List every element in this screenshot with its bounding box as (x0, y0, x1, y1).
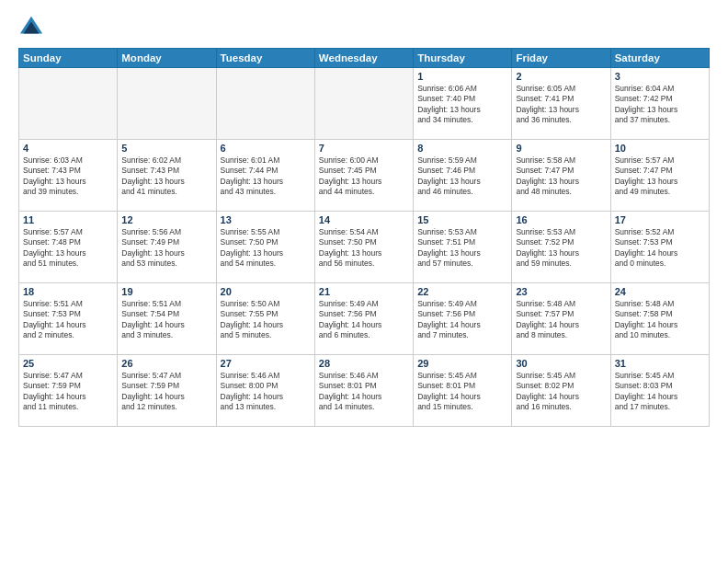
calendar-cell: 23Sunrise: 5:48 AM Sunset: 7:57 PM Dayli… (512, 283, 610, 355)
day-info: Sunrise: 5:45 AM Sunset: 8:01 PM Dayligh… (417, 371, 507, 413)
calendar-cell: 6Sunrise: 6:01 AM Sunset: 7:44 PM Daylig… (216, 140, 314, 212)
calendar-cell: 28Sunrise: 5:46 AM Sunset: 8:01 PM Dayli… (314, 355, 413, 427)
day-info: Sunrise: 5:46 AM Sunset: 8:00 PM Dayligh… (221, 371, 311, 413)
calendar-cell (314, 68, 413, 140)
day-number: 9 (516, 143, 606, 154)
calendar-cell: 14Sunrise: 5:54 AM Sunset: 7:50 PM Dayli… (314, 212, 413, 283)
calendar-week-row: 11Sunrise: 5:57 AM Sunset: 7:48 PM Dayli… (19, 212, 710, 283)
calendar-cell: 21Sunrise: 5:49 AM Sunset: 7:56 PM Dayli… (314, 283, 413, 355)
day-number: 2 (516, 71, 606, 82)
day-info: Sunrise: 5:50 AM Sunset: 7:55 PM Dayligh… (221, 299, 311, 341)
day-info: Sunrise: 5:49 AM Sunset: 7:56 PM Dayligh… (319, 299, 409, 341)
day-number: 21 (319, 286, 409, 297)
calendar-cell: 24Sunrise: 5:48 AM Sunset: 7:58 PM Dayli… (610, 283, 709, 355)
calendar-cell: 7Sunrise: 6:00 AM Sunset: 7:45 PM Daylig… (314, 140, 413, 212)
day-info: Sunrise: 5:48 AM Sunset: 7:58 PM Dayligh… (615, 299, 705, 341)
day-number: 25 (23, 358, 113, 369)
day-info: Sunrise: 5:45 AM Sunset: 8:03 PM Dayligh… (615, 371, 705, 413)
calendar-cell: 27Sunrise: 5:46 AM Sunset: 8:00 PM Dayli… (216, 355, 314, 427)
day-info: Sunrise: 5:48 AM Sunset: 7:57 PM Dayligh… (516, 299, 606, 341)
day-number: 17 (615, 214, 705, 225)
day-number: 1 (417, 71, 507, 82)
day-info: Sunrise: 5:58 AM Sunset: 7:47 PM Dayligh… (516, 155, 606, 198)
calendar-week-row: 4Sunrise: 6:03 AM Sunset: 7:43 PM Daylig… (19, 140, 710, 212)
calendar-cell: 9Sunrise: 5:58 AM Sunset: 7:47 PM Daylig… (512, 140, 610, 212)
day-number: 28 (319, 358, 409, 369)
calendar-cell: 30Sunrise: 5:45 AM Sunset: 8:02 PM Dayli… (512, 355, 610, 427)
calendar-cell: 18Sunrise: 5:51 AM Sunset: 7:53 PM Dayli… (19, 283, 118, 355)
day-number: 15 (417, 214, 507, 225)
calendar-cell: 8Sunrise: 5:59 AM Sunset: 7:46 PM Daylig… (414, 140, 512, 212)
day-info: Sunrise: 5:46 AM Sunset: 8:01 PM Dayligh… (319, 371, 409, 413)
day-number: 26 (121, 358, 211, 369)
day-info: Sunrise: 5:53 AM Sunset: 7:51 PM Dayligh… (417, 227, 507, 270)
calendar-cell (216, 68, 314, 140)
day-number: 29 (417, 358, 507, 369)
day-info: Sunrise: 5:54 AM Sunset: 7:50 PM Dayligh… (319, 227, 409, 270)
calendar-cell: 11Sunrise: 5:57 AM Sunset: 7:48 PM Dayli… (19, 212, 118, 283)
day-number: 20 (221, 286, 311, 297)
calendar-cell: 19Sunrise: 5:51 AM Sunset: 7:54 PM Dayli… (118, 283, 216, 355)
calendar-cell: 5Sunrise: 6:02 AM Sunset: 7:43 PM Daylig… (118, 140, 216, 212)
calendar-cell: 26Sunrise: 5:47 AM Sunset: 7:59 PM Dayli… (118, 355, 216, 427)
page: SundayMondayTuesdayWednesdayThursdayFrid… (0, 0, 728, 563)
calendar-cell: 3Sunrise: 6:04 AM Sunset: 7:42 PM Daylig… (610, 68, 709, 140)
day-info: Sunrise: 6:02 AM Sunset: 7:43 PM Dayligh… (121, 155, 211, 198)
day-info: Sunrise: 5:47 AM Sunset: 7:59 PM Dayligh… (121, 371, 211, 413)
day-info: Sunrise: 5:56 AM Sunset: 7:49 PM Dayligh… (121, 227, 211, 270)
day-number: 10 (615, 143, 705, 154)
calendar-cell (19, 68, 118, 140)
day-number: 12 (121, 214, 211, 225)
day-number: 6 (221, 143, 311, 154)
calendar-week-row: 1Sunrise: 6:06 AM Sunset: 7:40 PM Daylig… (19, 68, 710, 140)
calendar-cell: 1Sunrise: 6:06 AM Sunset: 7:40 PM Daylig… (414, 68, 512, 140)
calendar-header-sunday: Sunday (19, 49, 118, 68)
logo-icon (18, 15, 44, 40)
day-info: Sunrise: 6:06 AM Sunset: 7:40 PM Dayligh… (417, 84, 507, 126)
day-number: 4 (23, 143, 113, 154)
calendar-cell: 10Sunrise: 5:57 AM Sunset: 7:47 PM Dayli… (610, 140, 709, 212)
calendar-header-tuesday: Tuesday (216, 49, 314, 68)
day-info: Sunrise: 5:52 AM Sunset: 7:53 PM Dayligh… (615, 227, 705, 270)
calendar-week-row: 25Sunrise: 5:47 AM Sunset: 7:59 PM Dayli… (19, 355, 710, 427)
day-number: 27 (221, 358, 311, 369)
day-number: 31 (615, 358, 705, 369)
calendar-table: SundayMondayTuesdayWednesdayThursdayFrid… (18, 48, 710, 427)
day-info: Sunrise: 5:51 AM Sunset: 7:53 PM Dayligh… (23, 299, 113, 341)
day-number: 22 (417, 286, 507, 297)
day-number: 14 (319, 214, 409, 225)
day-info: Sunrise: 5:45 AM Sunset: 8:02 PM Dayligh… (516, 371, 606, 413)
day-info: Sunrise: 5:57 AM Sunset: 7:48 PM Dayligh… (23, 227, 113, 270)
calendar-cell: 29Sunrise: 5:45 AM Sunset: 8:01 PM Dayli… (414, 355, 512, 427)
logo (18, 15, 46, 40)
day-number: 7 (319, 143, 409, 154)
calendar-header-saturday: Saturday (610, 49, 709, 68)
day-number: 18 (23, 286, 113, 297)
calendar-cell: 25Sunrise: 5:47 AM Sunset: 7:59 PM Dayli… (19, 355, 118, 427)
day-number: 3 (615, 71, 705, 82)
calendar-cell: 15Sunrise: 5:53 AM Sunset: 7:51 PM Dayli… (414, 212, 512, 283)
calendar-cell: 31Sunrise: 5:45 AM Sunset: 8:03 PM Dayli… (610, 355, 709, 427)
day-info: Sunrise: 6:01 AM Sunset: 7:44 PM Dayligh… (221, 155, 311, 198)
day-number: 13 (221, 214, 311, 225)
calendar-header-row: SundayMondayTuesdayWednesdayThursdayFrid… (19, 49, 710, 68)
day-info: Sunrise: 5:59 AM Sunset: 7:46 PM Dayligh… (417, 155, 507, 198)
day-info: Sunrise: 5:51 AM Sunset: 7:54 PM Dayligh… (121, 299, 211, 341)
calendar-cell: 20Sunrise: 5:50 AM Sunset: 7:55 PM Dayli… (216, 283, 314, 355)
day-number: 30 (516, 358, 606, 369)
day-number: 16 (516, 214, 606, 225)
calendar-cell: 22Sunrise: 5:49 AM Sunset: 7:56 PM Dayli… (414, 283, 512, 355)
day-info: Sunrise: 5:53 AM Sunset: 7:52 PM Dayligh… (516, 227, 606, 270)
header (18, 15, 710, 40)
calendar-header-friday: Friday (512, 49, 610, 68)
day-info: Sunrise: 6:03 AM Sunset: 7:43 PM Dayligh… (23, 155, 113, 198)
day-number: 24 (615, 286, 705, 297)
calendar-cell: 17Sunrise: 5:52 AM Sunset: 7:53 PM Dayli… (610, 212, 709, 283)
day-info: Sunrise: 5:47 AM Sunset: 7:59 PM Dayligh… (23, 371, 113, 413)
calendar-cell: 4Sunrise: 6:03 AM Sunset: 7:43 PM Daylig… (19, 140, 118, 212)
day-number: 11 (23, 214, 113, 225)
day-number: 19 (121, 286, 211, 297)
day-info: Sunrise: 6:05 AM Sunset: 7:41 PM Dayligh… (516, 84, 606, 126)
calendar-header-thursday: Thursday (414, 49, 512, 68)
calendar-cell: 16Sunrise: 5:53 AM Sunset: 7:52 PM Dayli… (512, 212, 610, 283)
